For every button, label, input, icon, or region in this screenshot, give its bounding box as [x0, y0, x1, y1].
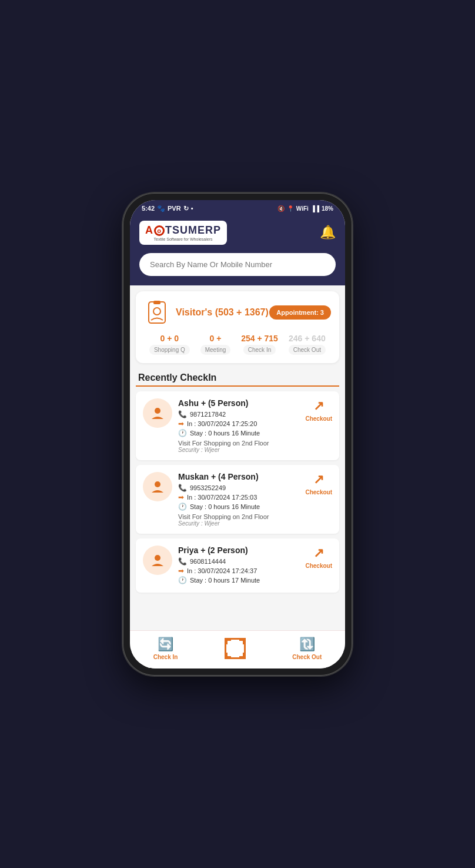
person-icon [149, 478, 166, 495]
visitor-phone: 📞 9871217842 [178, 410, 299, 418]
phone-icon: 📞 [178, 557, 187, 566]
scan-icon [225, 638, 246, 659]
search-input[interactable] [139, 253, 336, 276]
check-out-nav-button[interactable]: 🔃 Check Out [292, 637, 322, 660]
wifi-icon: WiFi [296, 205, 309, 212]
check-in-nav-button[interactable]: 🔄 Check In [153, 637, 178, 660]
carrier-icon: 🐾 [157, 205, 165, 212]
visitor-phone: 📞 9608114444 [178, 557, 299, 566]
visitor-info: Priya + (2 Person) 📞 9608114444 ➡ In : 3… [178, 546, 299, 586]
visitors-title: Visitor's (503 + 1367) [176, 307, 269, 318]
visitors-card: Visitor's (503 + 1367) Appointment: 3 0 … [136, 291, 339, 363]
person-icon [149, 405, 166, 421]
svg-rect-1 [153, 301, 160, 304]
status-right: 🔇 📍 WiFi ▐▐ 18% [277, 205, 333, 212]
checkout-icon: ↗ [313, 472, 324, 487]
visitor-stay: 🕐 Stay : 0 hours 17 Minute [178, 576, 299, 584]
stat-shopping-q-label: Shopping Q [149, 345, 190, 355]
visitor-stay: 🕐 Stay : 0 hours 16 Minute [178, 429, 299, 437]
stat-shopping-q: 0 + 0 Shopping Q [149, 334, 190, 355]
signal-icon: ▐▐ [311, 205, 319, 212]
status-time: 5:42 [142, 205, 155, 212]
logo-a: A [145, 224, 153, 236]
main-content: Visitor's (503 + 1367) Appointment: 3 0 … [130, 285, 345, 630]
logo-o: o [154, 225, 165, 236]
checkout-label: Checkout [305, 415, 332, 422]
visitor-name: Muskan + (4 Person) [178, 472, 299, 481]
logo-tagline: Textile Software for Wholesalers [154, 237, 213, 241]
phone-number: 9871217842 [190, 411, 226, 418]
checkin-nav-label: Check In [153, 654, 178, 660]
carrier-name: PVR [168, 205, 181, 212]
stat-checkin-label: Check In [243, 345, 276, 355]
stat-meeting-value: 0 + [210, 334, 222, 343]
mute-icon: 🔇 [277, 205, 285, 212]
search-area [130, 253, 345, 285]
checkout-icon: ↗ [313, 398, 324, 414]
refresh-icon: ↻ [183, 205, 189, 212]
clock-icon: 🕐 [178, 429, 187, 437]
stat-checkin-value: 254 + 715 [241, 334, 278, 343]
visitor-checkin-time: ➡ In : 30/07/2024 17:25:03 [178, 493, 299, 501]
table-row: Priya + (2 Person) 📞 9608114444 ➡ In : 3… [136, 538, 339, 593]
stat-shopping-q-value: 0 + 0 [160, 334, 179, 343]
person-icon [149, 552, 166, 568]
appointment-badge[interactable]: Appointment: 3 [269, 305, 331, 320]
status-left: 5:42 🐾 PVR ↻ • [142, 205, 193, 212]
checkout-icon: ↗ [313, 546, 324, 561]
checkout-nav-label: Check Out [292, 654, 322, 660]
visitors-stats: 0 + 0 Shopping Q 0 + Meeting 254 + 715 C… [144, 334, 331, 355]
visitor-info: Ashu + (5 Person) 📞 9871217842 ➡ In : 30… [178, 398, 299, 453]
phone-icon: 📞 [178, 410, 187, 418]
logo-rest: TSUMERP [165, 224, 221, 236]
app-header: AoTSUMERP Textile Software for Wholesale… [130, 215, 345, 253]
visitor-stay: 🕐 Stay : 0 hours 16 Minute [178, 503, 299, 511]
visitor-security: Security : Wjeer [178, 447, 299, 453]
scan-corner-bl [226, 653, 231, 657]
stat-checkin: 254 + 715 Check In [241, 334, 278, 355]
stat-checkout-label: Check Out [289, 345, 326, 355]
battery-level: 18% [322, 205, 333, 212]
visitor-checkin-time: ➡ In : 30/07/2024 17:24:37 [178, 567, 299, 575]
logo: AoTSUMERP Textile Software for Wholesale… [139, 221, 227, 245]
scan-corner-tr [239, 640, 244, 644]
visitor-checkin-time: ➡ In : 30/07/2024 17:25:20 [178, 420, 299, 428]
phone-icon: 📞 [178, 484, 187, 492]
clock-icon: 🕐 [178, 503, 187, 511]
checkin-icon: ➡ [178, 420, 184, 428]
checkout-label: Checkout [305, 489, 332, 495]
phone-number: 9608114444 [190, 558, 226, 565]
stat-checkout-value: 246 + 640 [289, 334, 326, 343]
checkout-button[interactable]: ↗ Checkout [305, 546, 332, 569]
table-row: Ashu + (5 Person) 📞 9871217842 ➡ In : 30… [136, 391, 339, 460]
clock-icon: 🕐 [178, 576, 187, 584]
svg-point-4 [155, 481, 160, 487]
visitors-header: Visitor's (503 + 1367) Appointment: 3 [144, 300, 331, 325]
checkout-label: Checkout [305, 563, 332, 569]
svg-point-2 [153, 308, 160, 315]
dot-indicator: • [191, 205, 193, 212]
notification-bell-icon[interactable]: 🔔 [320, 225, 336, 240]
visitor-info: Muskan + (4 Person) 📞 9953252249 ➡ In : … [178, 472, 299, 527]
phone-number: 9953252249 [190, 484, 226, 491]
visitor-badge-icon [144, 300, 170, 325]
visitor-name: Priya + (2 Person) [178, 546, 299, 555]
checkin-icon: ➡ [178, 567, 184, 575]
avatar [143, 472, 172, 501]
scan-corner-br [239, 653, 244, 657]
visitors-left: Visitor's (503 + 1367) [144, 300, 269, 325]
checkout-button[interactable]: ↗ Checkout [305, 398, 332, 422]
visitor-phone: 📞 9953252249 [178, 484, 299, 492]
visitor-security: Security : Wjeer [178, 520, 299, 527]
status-bar: 5:42 🐾 PVR ↻ • 🔇 📍 WiFi ▐▐ 18% [130, 200, 345, 215]
checkout-button[interactable]: ↗ Checkout [305, 472, 332, 495]
logo-text: AoTSUMERP [145, 224, 221, 237]
checkout-nav-icon: 🔃 [299, 637, 315, 652]
avatar [143, 398, 172, 428]
checkin-nav-icon: 🔄 [158, 637, 173, 652]
phone-screen: 5:42 🐾 PVR ↻ • 🔇 📍 WiFi ▐▐ 18% AoTSUMERP… [130, 200, 345, 669]
scan-corner-tl [226, 640, 231, 644]
scan-nav-button[interactable] [225, 638, 246, 659]
avatar [143, 546, 172, 575]
visitor-name: Ashu + (5 Person) [178, 398, 299, 408]
